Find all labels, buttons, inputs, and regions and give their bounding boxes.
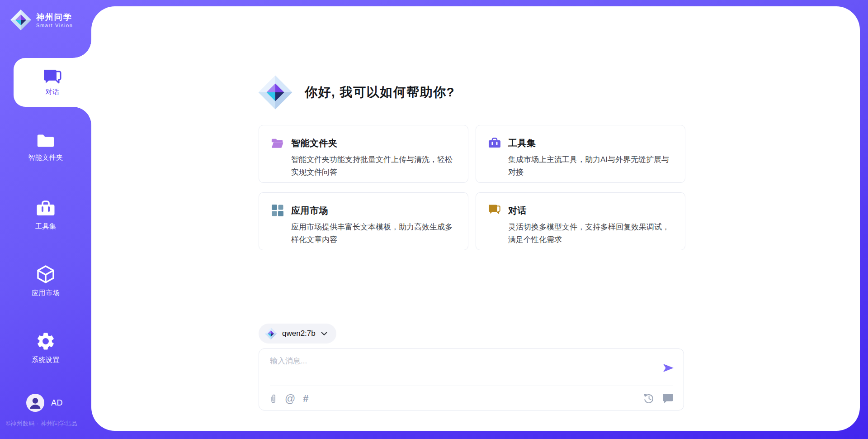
chevron-down-icon bbox=[321, 332, 327, 336]
feedback-button[interactable] bbox=[661, 392, 674, 405]
sidebar-item-label: 应用市场 bbox=[32, 289, 60, 297]
sidebar-item-app-market[interactable]: 应用市场 bbox=[0, 264, 91, 297]
folder-open-icon bbox=[271, 136, 284, 150]
card-toolbox[interactable]: 工具集 集成市场上主流工具，助力AI与外界无缝扩展与对接 bbox=[476, 125, 685, 183]
card-app-market[interactable]: 应用市场 应用市场提供丰富长文本模板，助力高效生成多样化文章内容 bbox=[259, 192, 468, 250]
feature-cards: 智能文件夹 智能文件夹功能支持批量文件上传与清洗，轻松实现文件问答 工具集 集成… bbox=[259, 125, 685, 250]
greeting-row: 你好, 我可以如何帮助你? bbox=[258, 75, 455, 110]
message-composer: @ # bbox=[259, 348, 684, 410]
card-title: 智能文件夹 bbox=[291, 137, 338, 149]
composer-divider bbox=[270, 386, 673, 386]
history-icon bbox=[642, 392, 655, 405]
greeting-title: 你好, 我可以如何帮助你? bbox=[305, 84, 455, 101]
app-window: 神州问学 Smart Vision 对话 智能文件夹 工具集 bbox=[0, 0, 868, 439]
sidebar-item-smart-folder[interactable]: 智能文件夹 bbox=[0, 132, 91, 162]
sidebar-item-toolbox[interactable]: 工具集 bbox=[0, 199, 91, 231]
brand-subtitle: Smart Vision bbox=[36, 23, 73, 28]
card-chat[interactable]: 对话 灵活切换多模型文件，支持多样回复效果调试，满足个性化需求 bbox=[476, 192, 685, 250]
sidebar-item-label: 对话 bbox=[46, 88, 60, 96]
card-title: 工具集 bbox=[508, 137, 536, 149]
model-diamond-icon bbox=[264, 327, 277, 340]
card-description: 灵活切换多模型文件，支持多样回复效果调试，满足个性化需求 bbox=[508, 221, 674, 246]
card-description: 智能文件夹功能支持批量文件上传与清洗，轻松实现文件问答 bbox=[291, 153, 457, 179]
cube-icon bbox=[35, 264, 56, 285]
card-description: 集成市场上主流工具，助力AI与外界无缝扩展与对接 bbox=[508, 153, 674, 179]
send-icon[interactable] bbox=[661, 361, 675, 375]
card-smart-folder[interactable]: 智能文件夹 智能文件夹功能支持批量文件上传与清洗，轻松实现文件问答 bbox=[259, 125, 468, 183]
toolbox-icon bbox=[35, 199, 56, 218]
composer-right-tools bbox=[642, 392, 674, 405]
hashtag-button[interactable]: # bbox=[303, 392, 308, 406]
sidebar-item-label: 系统设置 bbox=[32, 356, 60, 364]
sidebar-item-label: 工具集 bbox=[35, 222, 57, 231]
sidebar-item-settings[interactable]: 系统设置 bbox=[0, 331, 91, 364]
model-name: qwen2:7b bbox=[282, 329, 316, 338]
toolbox-icon bbox=[488, 136, 501, 150]
mention-button[interactable]: @ bbox=[285, 392, 295, 406]
brand-diamond-icon bbox=[10, 9, 32, 31]
history-button[interactable] bbox=[642, 392, 655, 405]
assistant-diamond-icon bbox=[258, 75, 293, 110]
user-account[interactable]: AD bbox=[26, 394, 63, 412]
avatar bbox=[26, 394, 44, 412]
chat-bubbles-icon bbox=[488, 204, 501, 217]
brand-logo: 神州问学 Smart Vision bbox=[10, 9, 73, 31]
card-title: 应用市场 bbox=[291, 205, 328, 217]
brand-name: 神州问学 bbox=[36, 12, 73, 23]
message-input[interactable] bbox=[270, 356, 654, 382]
comment-icon bbox=[661, 392, 674, 405]
paperclip-icon bbox=[269, 392, 277, 406]
attachment-button[interactable] bbox=[269, 392, 277, 406]
sidebar-item-chat-active[interactable]: 对话 bbox=[14, 58, 91, 107]
model-selector[interactable]: qwen2:7b bbox=[259, 324, 336, 344]
composer-toolbar: @ # bbox=[269, 392, 309, 406]
copyright-text: ©神州数码 · 神州问学出品 bbox=[6, 420, 77, 428]
sidebar: 神州问学 Smart Vision 对话 智能文件夹 工具集 bbox=[0, 0, 91, 439]
grid-icon bbox=[271, 204, 284, 217]
card-title: 对话 bbox=[508, 205, 527, 217]
chat-bubbles-icon bbox=[42, 69, 63, 88]
folder-icon bbox=[36, 132, 56, 149]
gear-icon bbox=[35, 331, 56, 352]
user-name: AD bbox=[51, 398, 63, 408]
card-description: 应用市场提供丰富长文本模板，助力高效生成多样化文章内容 bbox=[291, 221, 457, 246]
sidebar-item-label: 智能文件夹 bbox=[28, 153, 63, 162]
